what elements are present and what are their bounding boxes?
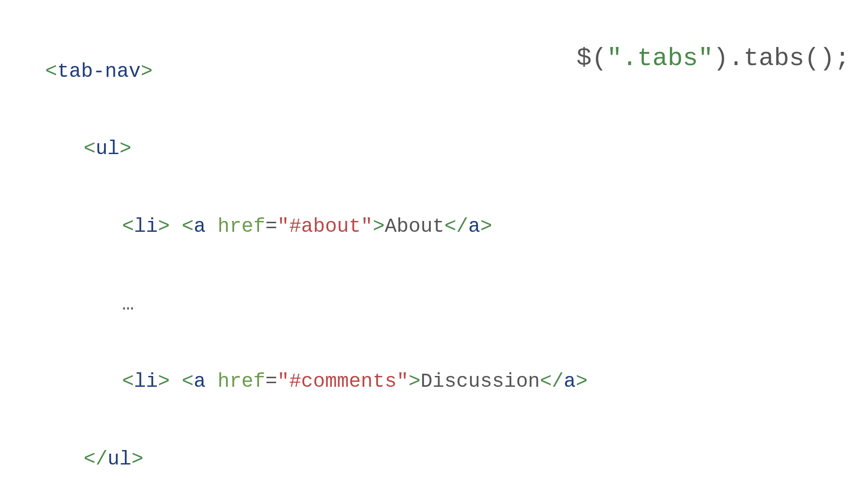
ellipsis: …	[122, 293, 134, 315]
tag-a-close: a	[564, 370, 576, 393]
bracket-open: <	[182, 370, 193, 393]
bracket-open: <	[182, 215, 193, 238]
js-string-selector: ".tabs"	[607, 44, 713, 73]
bracket-close: >	[409, 370, 420, 393]
bracket-close: >	[132, 448, 143, 470]
tag-ul: ul	[95, 137, 119, 160]
bracket-open: <	[122, 215, 134, 238]
space	[206, 370, 217, 393]
space	[206, 215, 217, 238]
code-line-3: <li> <a href="#about">About</a>	[45, 207, 868, 246]
bracket-open: <	[122, 370, 134, 393]
space	[170, 370, 182, 393]
js-suffix: ).tabs();	[713, 44, 850, 73]
bracket-open: <	[45, 60, 57, 83]
jquery-annotation: $(".tabs").tabs();	[576, 34, 850, 83]
link-text-about: About	[385, 215, 444, 238]
bracket-close: >	[119, 137, 131, 160]
bracket-close: >	[576, 370, 587, 393]
tag-li: li	[134, 215, 158, 238]
bracket-open: <	[84, 137, 95, 160]
tag-a-close: a	[468, 215, 480, 238]
equals: =	[265, 215, 277, 238]
tag-ul-close: ul	[108, 448, 132, 470]
code-line-6: </ul>	[45, 440, 868, 479]
attr-value-comments: "#comments"	[277, 370, 408, 393]
bracket-close: >	[480, 215, 492, 238]
bracket-close: >	[141, 60, 152, 83]
tag-tab-nav: tab-nav	[57, 60, 141, 83]
tag-li: li	[134, 370, 158, 393]
bracket-close: >	[158, 215, 170, 238]
code-line-4: …	[45, 285, 868, 324]
code-line-2: <ul>	[45, 130, 868, 169]
code-line-5: <li> <a href="#comments">Discussion</a>	[45, 362, 868, 401]
link-text-discussion: Discussion	[420, 370, 540, 393]
tag-a: a	[193, 370, 205, 393]
bracket-end-open: </	[444, 215, 468, 238]
bracket-end-open: </	[84, 448, 108, 470]
attr-href: href	[217, 215, 265, 238]
attr-href: href	[217, 370, 265, 393]
bracket-close: >	[158, 370, 170, 393]
tag-a: a	[193, 215, 205, 238]
space	[170, 215, 182, 238]
equals: =	[265, 370, 277, 393]
bracket-end-open: </	[540, 370, 564, 393]
attr-value-about: "#about"	[277, 215, 373, 238]
code-slide: <tab-nav> <ul> <li> <a href="#about">Abo…	[45, 14, 868, 488]
bracket-close: >	[373, 215, 385, 238]
js-prefix: $(	[576, 44, 607, 73]
